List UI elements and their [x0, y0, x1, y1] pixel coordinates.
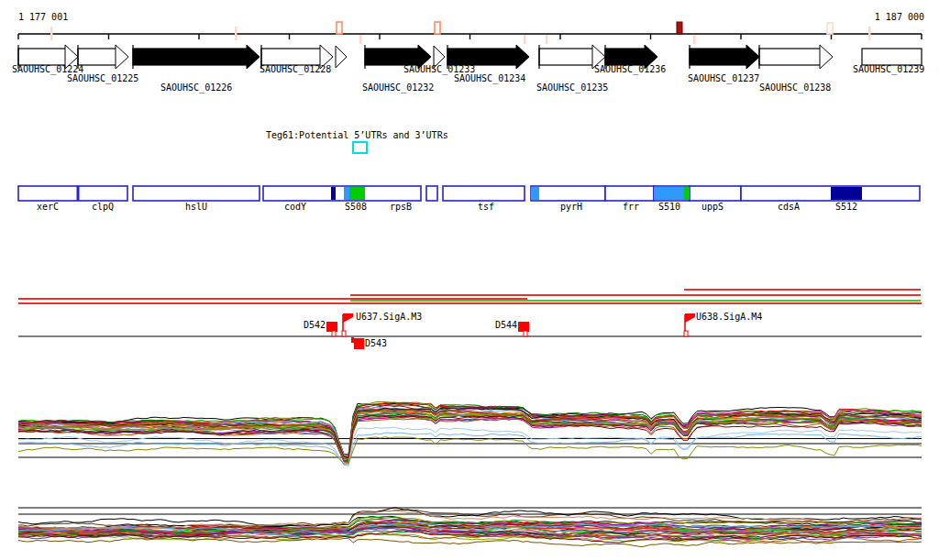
ruler [18, 22, 922, 44]
ruler-mark-pale [50, 27, 53, 40]
ruler-mark-pale [359, 35, 362, 44]
feature-box[interactable] [741, 186, 920, 201]
gene-label: SAOUHSC_01226 [160, 83, 232, 93]
gene-label: SAOUHSC_01225 [67, 74, 138, 83]
feature-label: rpsB [390, 203, 412, 212]
gene-small[interactable] [336, 46, 347, 68]
gene-label: SAOUHSC_01235 [536, 83, 608, 93]
feature-label: xerC [37, 203, 59, 212]
ruler-mark-salmon [337, 22, 342, 34]
lower-coverage-plot [18, 508, 922, 547]
gene-label: SAOUHSC_01228 [260, 65, 331, 74]
feature-box[interactable] [605, 186, 654, 201]
gene-label: SAOUHSC_01234 [454, 74, 525, 83]
ruler-mark-pale [693, 35, 696, 44]
feature-track [18, 186, 920, 201]
utr-annotation-label: Teg61:Potential 5’UTRs and 3’UTRs [266, 131, 448, 140]
marker-D544[interactable] [518, 322, 529, 336]
ruler-mark-pale [235, 27, 238, 40]
marker-track [18, 313, 922, 349]
feature-label: S508 [345, 203, 367, 212]
marker-label[interactable]: U638.SigA.M4 [696, 313, 762, 322]
marker-label[interactable]: D542 [304, 321, 326, 330]
marker-D542[interactable] [326, 322, 337, 336]
feature-fill[interactable] [831, 187, 862, 200]
feature-label: clpQ [92, 203, 114, 212]
gene-label: SAOUHSC_01239 [853, 65, 924, 74]
upper-coverage-plot [18, 401, 922, 466]
feature-label: tsf [478, 203, 494, 212]
gene-label: SAOUHSC_01236 [594, 65, 666, 74]
genome-browser-view: 1 177 0011 187 000SAOUHSC_01224SAOUHSC_0… [0, 0, 939, 560]
feature-fill[interactable] [349, 187, 365, 200]
ruler-mark-pale [546, 35, 548, 44]
marker-D543[interactable] [351, 337, 364, 349]
ruler-start-label: 1 177 001 [18, 13, 68, 22]
ruler-mark-salmon [435, 22, 440, 34]
feature-box[interactable] [263, 186, 421, 201]
feature-label: pyrH [560, 203, 582, 212]
gene-label: SAOUHSC_01232 [362, 83, 434, 93]
marker-label[interactable]: D543 [365, 339, 387, 348]
coverage-lines [18, 289, 922, 304]
plot-series [18, 437, 922, 464]
ruler-mark-pale-box [827, 23, 833, 34]
feature-fill[interactable] [331, 187, 336, 200]
signal-line [350, 294, 921, 296]
marker-U638.SigA.M4[interactable] [684, 313, 695, 336]
gene-SAOUHSC_01225[interactable] [78, 45, 128, 69]
feature-fill[interactable] [531, 187, 539, 200]
ruler-mark-darkred [677, 22, 682, 34]
feature-box[interactable] [18, 186, 127, 201]
feature-box[interactable] [690, 186, 741, 201]
feature-label: uppS [701, 203, 724, 212]
feature-fill[interactable] [654, 187, 684, 200]
feature-box[interactable] [133, 186, 260, 201]
gene-SAOUHSC_01238[interactable] [759, 45, 833, 69]
feature-label: frr [623, 203, 639, 212]
feature-label: S512 [835, 203, 857, 212]
feature-box[interactable] [531, 186, 605, 201]
feature-label: S510 [658, 203, 680, 212]
gene-SAOUHSC_01226[interactable] [133, 45, 260, 69]
feature-label: codY [284, 203, 306, 212]
signal-line [350, 300, 921, 302]
signal-line [684, 289, 921, 291]
utr-annotation-box[interactable] [353, 142, 367, 153]
feature-fill[interactable] [684, 187, 690, 200]
gene-SAOUHSC_01237[interactable] [690, 45, 759, 69]
feature-label: cdsA [778, 203, 800, 212]
feature-box[interactable] [443, 186, 525, 201]
marker-U637.SigA.M3[interactable] [342, 313, 353, 336]
feature-box[interactable] [426, 186, 437, 201]
signal-line [18, 302, 922, 304]
marker-label[interactable]: U637.SigA.M3 [356, 313, 422, 322]
ruler-mark-pale [868, 27, 871, 40]
marker-label[interactable]: D544 [495, 321, 517, 330]
ruler-mark-pale [524, 35, 526, 44]
gene-label: SAOUHSC_01237 [688, 74, 759, 83]
gene-SAOUHSC_01239[interactable] [862, 49, 922, 65]
feature-label: hslU [185, 203, 207, 212]
gene-label: SAOUHSC_01238 [759, 83, 831, 93]
ruler-end-label: 1 187 000 [875, 13, 924, 22]
signal-line [18, 298, 527, 300]
feature-fill[interactable] [344, 187, 349, 200]
